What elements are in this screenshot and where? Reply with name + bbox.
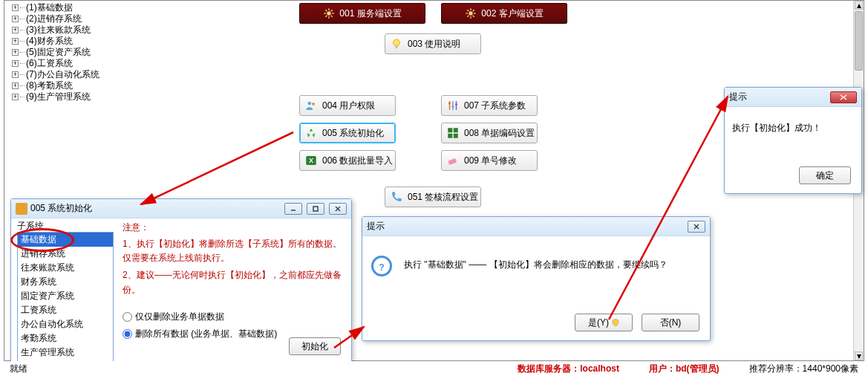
shield-icon [612, 319, 619, 326]
client-settings-label: 002 客户端设置 [481, 7, 543, 20]
tree-item[interactable]: +(7)办公自动化系统 [12, 69, 146, 80]
svg-point-20 [308, 102, 312, 106]
ok-button[interactable]: 确定 [799, 166, 851, 184]
status-user-value: bd(管理员) [676, 363, 719, 375]
init-dialog-title: 005 系统初始化 [30, 202, 284, 215]
list-item[interactable]: 财务系统 [18, 275, 113, 289]
server-settings-label: 001 服务端设置 [339, 7, 401, 20]
svg-text:?: ? [379, 262, 384, 273]
expand-icon[interactable]: + [12, 94, 19, 100]
subsystem-list[interactable]: 基础数据进销存系统往来账款系统财务系统固定资产系统工资系统办公自动化系统考勤系统… [17, 232, 114, 362]
radio-delete-biz-label: 仅仅删除业务单据数据 [135, 311, 224, 323]
tree-item-label: (3)往来账款系统 [26, 25, 91, 36]
expand-icon[interactable]: + [12, 82, 19, 89]
svg-rect-35 [16, 203, 27, 215]
tree-item[interactable]: +(6)工资系统 [12, 58, 146, 69]
tree-item[interactable]: +(1)基础数据 [12, 2, 146, 13]
tree-item-label: (5)固定资产系统 [26, 47, 91, 58]
list-item[interactable]: 进销存系统 [18, 247, 113, 261]
init-dialog: 005 系统初始化 子系统 基础数据进销存系统往来账款系统财务系统固定资产系统工… [10, 198, 352, 363]
question-icon: ? [370, 254, 394, 278]
close-button[interactable] [688, 221, 705, 233]
status-resolution: 推荐分辨率：1440*900像素 [749, 363, 858, 375]
confirm-dialog: 提示 ? 执行 "基础数据" —— 【初始化】将会删除相应的数据，要继续吗？ 是… [362, 216, 711, 341]
approve-flow-button[interactable]: 051 签核流程设置 [385, 187, 481, 207]
subsystem-params-label: 007 子系统参数 [464, 100, 526, 112]
status-db-value: localhost [580, 363, 619, 374]
list-item[interactable]: 往来账款系统 [18, 261, 113, 275]
confirm-titlebar[interactable]: 提示 [362, 217, 710, 236]
doc-code-button[interactable]: 008 单据编码设置 [441, 123, 538, 143]
yes-button[interactable]: 是(Y) [575, 314, 633, 331]
tree-item-label: (4)财务系统 [26, 36, 73, 47]
tree-item-label: (9)生产管理系统 [26, 91, 91, 103]
scroll-up[interactable]: ▴ [855, 1, 863, 10]
svg-line-5 [326, 10, 327, 11]
success-dialog: 提示 执行【初始化】成功！ 确定 [724, 87, 862, 194]
tree-item[interactable]: +(9)生产管理系统 [12, 91, 146, 103]
close-button[interactable] [830, 91, 857, 103]
svg-text:X: X [309, 157, 313, 164]
list-item[interactable]: 工资系统 [18, 303, 113, 317]
tree-item[interactable]: +(8)考勤系统 [12, 80, 146, 91]
usage-guide-label: 003 使用说明 [408, 38, 460, 51]
status-user-label: 用户： [649, 363, 676, 375]
system-init-button[interactable]: 005 系统初始化 [299, 123, 396, 143]
scroll-thumb[interactable] [855, 11, 863, 71]
list-item[interactable]: 基础数据 [18, 233, 113, 247]
svg-point-18 [394, 39, 400, 46]
server-settings-button[interactable]: 001 服务端设置 [299, 3, 425, 24]
recycle-icon [304, 126, 318, 140]
app-icon [16, 203, 27, 215]
batch-import-label: 006 数据批量导入 [322, 155, 393, 167]
lightbulb-icon [390, 37, 403, 51]
radio-delete-all-label: 删除所有数据 (业务单据、基础数据) [135, 328, 277, 340]
expand-icon[interactable]: + [12, 71, 19, 78]
confirm-title: 提示 [367, 220, 688, 233]
svg-rect-30 [448, 128, 452, 132]
success-title: 提示 [729, 91, 830, 103]
status-bar: 就绪 数据库服务器： localhost 用户： bd(管理员) 推荐分辨率：1… [4, 361, 864, 376]
init-dialog-titlebar[interactable]: 005 系统初始化 [11, 199, 351, 218]
list-item[interactable]: 生产管理系统 [18, 346, 113, 360]
batch-import-button[interactable]: X 006 数据批量导入 [299, 150, 396, 171]
svg-rect-31 [454, 128, 458, 132]
tree-item[interactable]: +(4)财务系统 [12, 36, 146, 47]
tree-item-label: (2)进销存系统 [26, 13, 82, 25]
scroll-down[interactable]: ▾ [855, 351, 863, 360]
doc-no-modify-button[interactable]: 009 单号修改 [441, 150, 538, 171]
expand-icon[interactable]: + [12, 4, 19, 11]
tree-item-label: (7)办公自动化系统 [26, 69, 99, 80]
svg-point-28 [452, 106, 454, 108]
expand-icon[interactable]: + [12, 16, 19, 22]
list-item[interactable]: 固定资产系统 [18, 289, 113, 303]
close-button[interactable] [329, 203, 347, 215]
notice-title: 注意： [123, 221, 345, 234]
no-button[interactable]: 否(N) [642, 314, 699, 331]
minimize-button[interactable] [284, 203, 302, 215]
usage-guide-button[interactable]: 003 使用说明 [385, 33, 481, 54]
user-permission-button[interactable]: 004 用户权限 [299, 95, 396, 116]
expand-icon[interactable]: + [12, 27, 19, 33]
init-execute-button[interactable]: 初始化 [289, 337, 341, 355]
tree-item[interactable]: +(3)往来账款系统 [12, 25, 146, 36]
svg-line-7 [326, 16, 327, 17]
expand-icon[interactable]: + [12, 49, 19, 56]
maximize-button[interactable] [307, 203, 324, 215]
client-settings-button[interactable]: 002 客户端设置 [441, 3, 567, 24]
list-item[interactable]: 考勤系统 [18, 331, 113, 346]
expand-icon[interactable]: + [12, 38, 19, 45]
tree-item[interactable]: +(5)固定资产系统 [12, 47, 146, 58]
svg-point-21 [312, 103, 315, 106]
list-item[interactable]: 办公自动化系统 [18, 317, 113, 331]
tree-item[interactable]: +(2)进销存系统 [12, 13, 146, 25]
radio-delete-all[interactable] [123, 329, 132, 339]
svg-point-27 [448, 103, 451, 105]
expand-icon[interactable]: + [12, 60, 19, 67]
subsystem-params-button[interactable]: 007 子系统参数 [441, 95, 538, 116]
system-init-label: 005 系统初始化 [322, 127, 384, 140]
svg-rect-34 [448, 158, 457, 165]
success-titlebar[interactable]: 提示 [725, 88, 861, 107]
notice-2: 2、建议——无论何时执行【初始化】，之前都应先做备份。 [123, 268, 345, 296]
radio-delete-biz[interactable] [123, 312, 132, 322]
